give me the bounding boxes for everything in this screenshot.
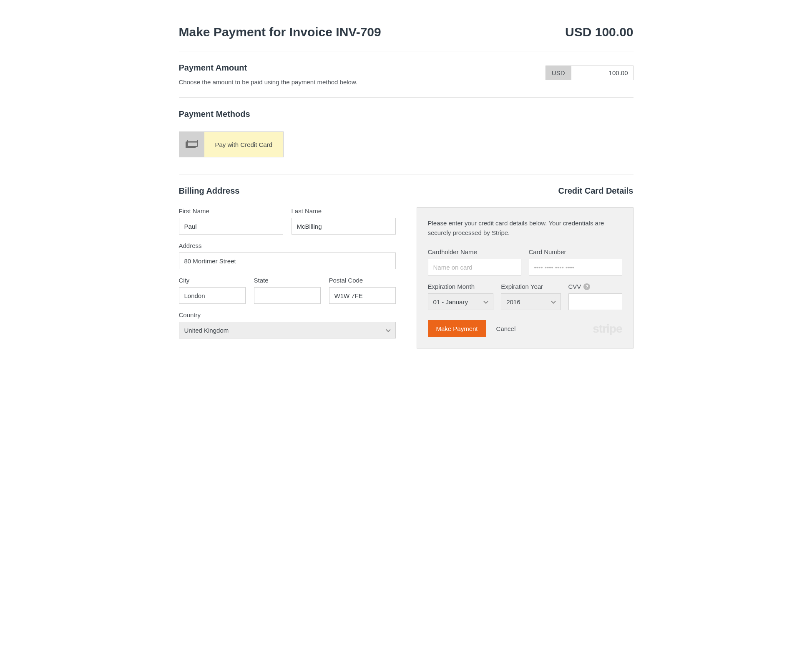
state-input[interactable] [254, 287, 321, 304]
svg-rect-2 [187, 141, 197, 143]
card-number-label: Card Number [529, 248, 622, 255]
first-name-input[interactable] [179, 218, 283, 235]
cardholder-name-input[interactable] [428, 259, 521, 275]
divider [179, 174, 634, 174]
expiration-year-select[interactable] [501, 293, 561, 310]
payment-method-label: Pay with Credit Card [204, 132, 284, 157]
country-select[interactable] [179, 322, 396, 338]
invoice-total-amount: USD 100.00 [565, 25, 633, 39]
make-payment-button[interactable]: Make Payment [428, 320, 486, 337]
credit-card-details-title: Credit Card Details [417, 186, 634, 196]
currency-prefix: USD [546, 66, 571, 80]
first-name-label: First Name [179, 207, 283, 215]
last-name-label: Last Name [292, 207, 396, 215]
postal-code-label: Postal Code [329, 277, 396, 284]
card-number-input[interactable] [529, 259, 622, 275]
expiration-year-label: Expiration Year [501, 283, 561, 290]
expiration-month-label: Expiration Month [428, 283, 494, 290]
credit-card-panel: Please enter your credit card details be… [417, 207, 634, 348]
state-label: State [254, 277, 321, 284]
svg-rect-1 [187, 140, 197, 146]
last-name-input[interactable] [292, 218, 396, 235]
cvv-input[interactable] [568, 293, 622, 310]
cvv-label: CVV [568, 283, 581, 290]
credit-card-icon [179, 132, 204, 157]
payment-amount-subtitle: Choose the amount to be paid using the p… [179, 78, 358, 86]
postal-code-input[interactable] [329, 287, 396, 304]
credit-card-intro: Please enter your credit card details be… [428, 219, 622, 237]
page-header: Make Payment for Invoice INV-709 USD 100… [179, 25, 634, 51]
cardholder-name-label: Cardholder Name [428, 248, 521, 255]
payment-methods-title: Payment Methods [179, 109, 634, 119]
city-input[interactable] [179, 287, 246, 304]
address-label: Address [179, 242, 396, 249]
expiration-month-select[interactable] [428, 293, 494, 310]
billing-address-title: Billing Address [179, 186, 396, 196]
cancel-link[interactable]: Cancel [496, 325, 516, 332]
address-input[interactable] [179, 252, 396, 269]
country-label: Country [179, 311, 396, 318]
city-label: City [179, 277, 246, 284]
page-title: Make Payment for Invoice INV-709 [179, 25, 381, 39]
stripe-logo: stripe [593, 322, 622, 336]
payment-amount-section: Payment Amount Choose the amount to be p… [179, 63, 634, 98]
payment-amount-input[interactable] [571, 66, 634, 80]
payment-amount-title: Payment Amount [179, 63, 358, 73]
payment-methods-section: Payment Methods Pay with Credit Card [179, 109, 634, 157]
payment-method-credit-card[interactable]: Pay with Credit Card [179, 131, 284, 157]
help-icon[interactable]: ? [583, 283, 590, 290]
